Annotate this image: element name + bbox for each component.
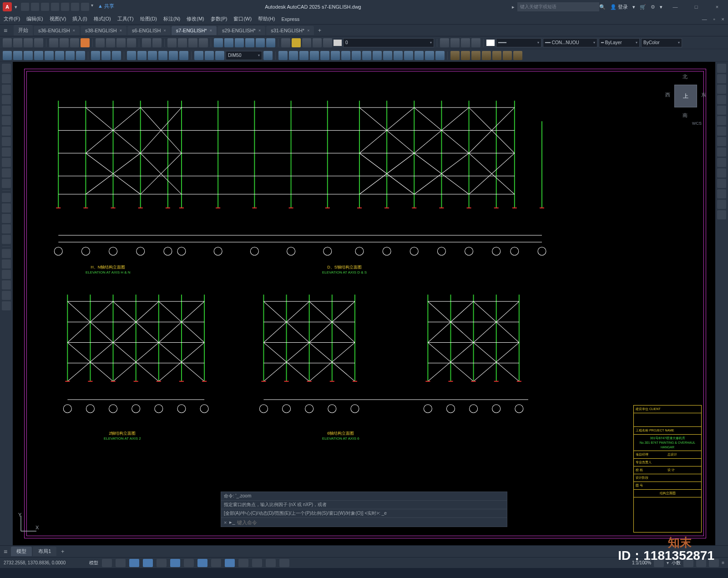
dim-quick-icon[interactable] xyxy=(91,51,100,60)
qat-caret-icon[interactable]: ▾ xyxy=(91,3,93,11)
menu-min-icon[interactable]: — xyxy=(702,16,707,22)
tb-insert-icon[interactable] xyxy=(461,51,470,60)
3dosnap-toggle[interactable] xyxy=(184,559,194,567)
qat-open-icon[interactable] xyxy=(31,3,39,11)
xline-icon[interactable] xyxy=(2,137,11,146)
tab-s29[interactable]: s29-ENGLISH*× xyxy=(217,26,265,35)
qat-plot-icon[interactable] xyxy=(61,3,69,11)
rt-explode-icon[interactable] xyxy=(717,210,726,219)
dim-tedit-icon[interactable] xyxy=(205,51,214,60)
ducs-toggle[interactable] xyxy=(211,559,221,567)
wipeout-icon[interactable] xyxy=(2,235,11,244)
tb-prop-icon[interactable] xyxy=(214,38,223,47)
menu-window[interactable]: 窗口(W) xyxy=(233,15,252,22)
revcloud-icon[interactable] xyxy=(2,179,11,188)
bylayer-swatch[interactable] xyxy=(486,40,495,46)
circle-icon[interactable] xyxy=(2,85,11,94)
tb-match-icon[interactable] xyxy=(127,38,136,47)
close-button[interactable]: × xyxy=(709,2,725,11)
linetype-name-dropdown[interactable]: ━━ CON...NUOU▾ xyxy=(543,38,597,47)
qat-save-icon[interactable] xyxy=(41,3,49,11)
tb-copy2-icon[interactable] xyxy=(289,51,298,60)
selection-cycling-toggle[interactable] xyxy=(266,559,276,567)
tb-cut-icon[interactable] xyxy=(96,38,105,47)
maximize-button[interactable]: □ xyxy=(688,2,704,11)
tb-freeze-icon[interactable] xyxy=(313,38,322,47)
qat-redo-icon[interactable] xyxy=(81,3,89,11)
tb-field-icon[interactable] xyxy=(492,51,501,60)
tb-sun-icon[interactable] xyxy=(292,38,301,47)
dyn-toggle[interactable] xyxy=(225,559,235,567)
menu-format[interactable]: 格式(O) xyxy=(94,15,111,22)
qat-saveas-icon[interactable] xyxy=(51,3,59,11)
menu-modify[interactable]: 修改(M) xyxy=(187,15,204,22)
menu-view[interactable]: 视图(V) xyxy=(50,15,66,22)
rt-move-icon[interactable] xyxy=(717,116,726,125)
otrack-toggle[interactable] xyxy=(197,559,207,567)
caret-login-icon[interactable]: ▾ xyxy=(632,4,635,10)
ray-icon[interactable] xyxy=(2,147,11,157)
menu-dimension[interactable]: 标注(N) xyxy=(163,15,180,22)
command-input[interactable] xyxy=(237,520,504,525)
iso-toggle[interactable] xyxy=(157,559,167,567)
tb-layer-icon[interactable] xyxy=(302,38,311,47)
model-tab[interactable]: 模型 xyxy=(11,547,32,556)
divide-tool-icon[interactable] xyxy=(2,291,11,300)
tb-extend-icon[interactable] xyxy=(383,51,392,60)
tab-add-icon[interactable]: + xyxy=(315,27,324,34)
caret-help-icon[interactable]: ▾ xyxy=(660,4,662,10)
tb-hyperlink-icon[interactable] xyxy=(513,51,522,60)
measure-tool-icon[interactable] xyxy=(2,301,11,310)
tb-erase-icon[interactable] xyxy=(278,51,288,60)
tb-chamfer-icon[interactable] xyxy=(415,51,424,60)
tb-zoom-icon[interactable] xyxy=(178,38,187,47)
tab-close-icon[interactable]: × xyxy=(120,28,122,33)
tb-designcenter-icon[interactable] xyxy=(224,38,233,47)
dim-update-icon[interactable] xyxy=(215,51,224,60)
tabs-menu-icon[interactable]: ≡ xyxy=(4,27,13,34)
menu-close-icon[interactable]: × xyxy=(722,16,724,22)
dim-diameter-icon[interactable] xyxy=(55,51,64,60)
osnap-toggle[interactable] xyxy=(170,559,180,567)
transparency-toggle[interactable] xyxy=(252,559,262,567)
qat-new-icon[interactable] xyxy=(21,3,29,11)
view-cube[interactable]: 北 南 西 东 上 WCS xyxy=(665,71,706,121)
caret-search-icon[interactable]: ▸ xyxy=(512,4,515,10)
polygon-icon[interactable] xyxy=(2,158,11,167)
tb-xref-icon[interactable] xyxy=(471,51,480,60)
layer-dropdown[interactable]: 0▾ xyxy=(343,38,434,47)
dim-tolerance-icon[interactable] xyxy=(148,51,157,60)
tb-laymcur-icon[interactable] xyxy=(440,38,449,47)
tb-new-icon[interactable] xyxy=(3,38,12,47)
rt-fillet-icon[interactable] xyxy=(717,200,726,209)
tab-start[interactable]: 开始 xyxy=(14,25,33,35)
tab-s38[interactable]: s38-ENGLISH× xyxy=(81,26,126,35)
gradient-icon[interactable] xyxy=(2,203,11,213)
dim-break-icon[interactable] xyxy=(137,51,147,60)
rt-copy-icon[interactable] xyxy=(717,74,726,83)
tb-layfrz-icon[interactable] xyxy=(471,38,480,47)
tb-pan-icon[interactable] xyxy=(167,38,177,47)
tb-sheetset-icon[interactable] xyxy=(245,38,254,47)
annotation-scale-toggle[interactable] xyxy=(279,559,289,567)
dim-radius-icon[interactable] xyxy=(45,51,54,60)
table-icon[interactable] xyxy=(2,270,11,279)
tb-fillet-icon[interactable] xyxy=(425,51,434,60)
tb-ole-icon[interactable] xyxy=(503,51,512,60)
rt-mirror-icon[interactable] xyxy=(717,85,726,94)
dim-baseline-icon[interactable] xyxy=(101,51,111,60)
viewcube-top-face[interactable]: 上 xyxy=(674,85,697,107)
tb-zoomwin-icon[interactable] xyxy=(188,38,197,47)
tb-layiso-icon[interactable] xyxy=(450,38,460,47)
tab-close-icon[interactable]: × xyxy=(258,28,261,33)
tab-s6[interactable]: s6-ENGLISH× xyxy=(127,26,171,35)
layout-add-icon[interactable]: + xyxy=(57,548,68,555)
search-input[interactable]: 键入关键字或短语 xyxy=(517,2,599,11)
dim-center-icon[interactable] xyxy=(158,51,167,60)
tab-close-icon[interactable]: × xyxy=(307,28,309,33)
tb-redo-icon[interactable] xyxy=(152,38,162,47)
qat-undo-icon[interactable] xyxy=(71,3,79,11)
rt-rotate-icon[interactable] xyxy=(717,127,726,136)
wcs-label[interactable]: WCS xyxy=(692,121,702,126)
tb-zoomext-icon[interactable] xyxy=(199,38,208,47)
